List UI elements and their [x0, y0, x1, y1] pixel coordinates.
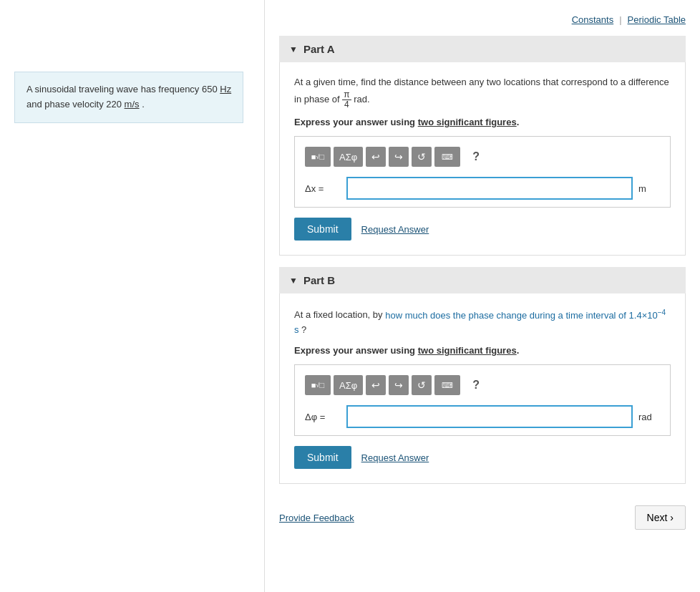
part-a-unit: m — [638, 183, 660, 194]
sidebar: A sinusoidal traveling wave has frequenc… — [0, 0, 265, 592]
part-a-express-text: Express your answer using two significan… — [294, 117, 671, 127]
next-button[interactable]: Next › — [635, 505, 686, 530]
part-b-toolbar: ■√□ ΑΣφ ↩ ↪ ↺ ⌨ ? — [305, 372, 660, 398]
part-a-toolbar: ■√□ ΑΣφ ↩ ↪ ↺ ⌨ ? — [305, 144, 660, 170]
provide-feedback-link[interactable]: Provide Feedback — [279, 513, 354, 523]
part-b-input-label: Δφ = — [305, 412, 341, 422]
part-b-math-container: ■√□ ΑΣφ ↩ ↪ ↺ ⌨ ? Δφ = rad — [294, 364, 671, 436]
part-a-request-answer[interactable]: Request Answer — [361, 224, 429, 235]
greek-button-b[interactable]: ΑΣφ — [334, 375, 363, 395]
refresh-button-b[interactable]: ↺ — [412, 375, 432, 395]
part-a-body: At a given time, find the distance betwe… — [279, 62, 686, 256]
undo-button-b[interactable]: ↩ — [366, 375, 386, 395]
phase-fraction: π 4 — [342, 90, 351, 110]
part-b-unit: rad — [638, 412, 660, 422]
part-a-question: At a given time, find the distance betwe… — [294, 75, 671, 110]
part-a-submit-button[interactable]: Submit — [294, 218, 351, 241]
part-a-answer-input[interactable] — [346, 177, 633, 200]
redo-button-a[interactable]: ↪ — [389, 147, 409, 167]
periodic-table-link[interactable]: Periodic Table — [628, 14, 686, 25]
top-links: Constants | Periodic Table — [279, 7, 686, 36]
separator: | — [619, 14, 621, 25]
bottom-bar: Provide Feedback Next › — [279, 498, 686, 530]
part-a-math-container: ■√□ ΑΣφ ↩ ↪ ↺ ⌨ ? Δx = m — [294, 136, 671, 208]
velocity-unit: m/s — [125, 99, 140, 110]
redo-button-b[interactable]: ↪ — [389, 375, 409, 395]
frequency-unit: Hz — [220, 84, 231, 94]
help-button-a[interactable]: ? — [463, 147, 489, 167]
part-b-express-text: Express your answer using two significan… — [294, 345, 671, 356]
part-b-title: Part B — [303, 274, 335, 286]
undo-button-a[interactable]: ↩ — [366, 147, 386, 167]
part-a-arrow: ▼ — [289, 44, 298, 54]
part-b-body: At a fixed location, by how much does th… — [279, 293, 686, 484]
part-a-header[interactable]: ▼ Part A — [279, 36, 686, 62]
sqrt-button-a[interactable]: ■√□ — [305, 147, 331, 167]
keyboard-button-b[interactable]: ⌨ — [434, 375, 460, 395]
main-content: Constants | Periodic Table ▼ Part A At a… — [265, 0, 700, 592]
part-b-answer-input[interactable] — [346, 405, 633, 428]
part-b-header[interactable]: ▼ Part B — [279, 267, 686, 293]
part-b-actions: Submit Request Answer — [294, 446, 671, 469]
keyboard-button-a[interactable]: ⌨ — [434, 147, 460, 167]
problem-statement: A sinusoidal traveling wave has frequenc… — [14, 72, 243, 123]
help-button-b[interactable]: ? — [463, 375, 489, 395]
part-b-section: ▼ Part B At a fixed location, by how muc… — [279, 267, 686, 484]
part-a-input-row: Δx = m — [305, 177, 660, 200]
part-b-arrow: ▼ — [289, 276, 298, 286]
part-a-input-label: Δx = — [305, 183, 341, 194]
part-b-input-row: Δφ = rad — [305, 405, 660, 428]
part-b-highlight: how much does the phase change during a … — [294, 310, 666, 336]
part-a-title: Part A — [303, 43, 335, 55]
refresh-button-a[interactable]: ↺ — [412, 147, 432, 167]
part-b-request-answer[interactable]: Request Answer — [361, 452, 429, 463]
part-b-question: At a fixed location, by how much does th… — [294, 306, 671, 338]
part-a-actions: Submit Request Answer — [294, 218, 671, 241]
part-b-submit-button[interactable]: Submit — [294, 446, 351, 469]
next-arrow-icon: › — [670, 512, 674, 523]
greek-button-a[interactable]: ΑΣφ — [334, 147, 363, 167]
part-a-sig-figs: two significant figures — [418, 117, 517, 127]
sqrt-button-b[interactable]: ■√□ — [305, 375, 331, 395]
part-a-section: ▼ Part A At a given time, find the dista… — [279, 36, 686, 256]
constants-link[interactable]: Constants — [572, 14, 614, 25]
problem-text: A sinusoidal traveling wave has frequenc… — [26, 84, 231, 110]
part-b-sig-figs: two significant figures — [418, 345, 517, 356]
next-label: Next — [647, 512, 668, 523]
